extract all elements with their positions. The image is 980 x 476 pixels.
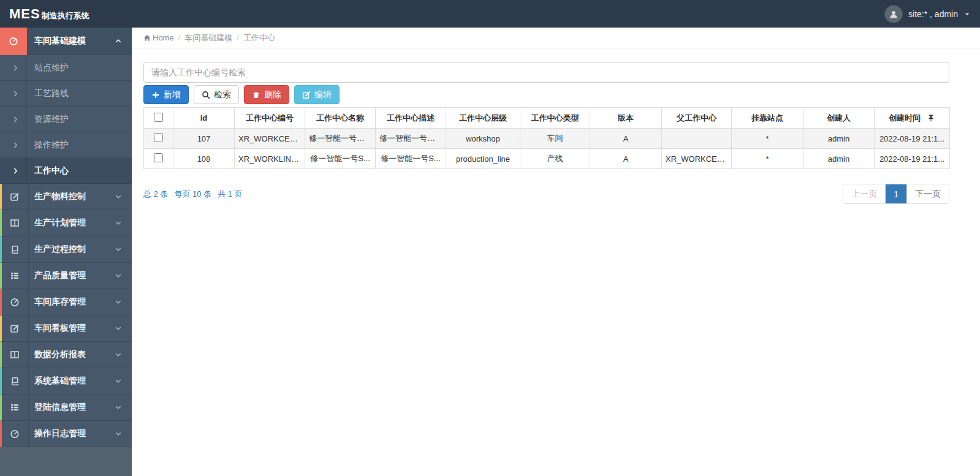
book-icon [2,244,27,254]
pagination-summary: 总 2 条 每页 10 条 共 1 页 [143,189,243,200]
row-checkbox[interactable] [154,153,163,162]
column-header-created-time[interactable]: 创建时间 [875,108,950,129]
add-button-label: 新增 [164,89,181,100]
sidebar-item-work-center[interactable]: 工作中心 [0,158,132,184]
cell-id: 108 [173,149,235,169]
select-all-checkbox[interactable] [154,113,163,122]
column-header-id[interactable]: id [173,108,235,129]
column-header-type[interactable]: 工作中心类型 [520,108,590,129]
cell-version: A [590,149,662,169]
sidebar-item-kanban-management[interactable]: 车间看板管理 [0,315,132,342]
divider [28,263,29,289]
sidebar-item-label: 车间库存管理 [27,297,115,308]
toolbar: 新增 检索 删除 编辑 [143,85,949,104]
chevron-right-icon [12,142,20,149]
sidebar-item-process-control[interactable]: 生产过程控制 [0,236,132,263]
column-header-description[interactable]: 工作中心描述 [376,108,446,129]
book-icon [2,376,27,386]
column-header-code[interactable]: 工作中心编号 [235,108,305,129]
search-button-label: 检索 [214,89,231,100]
sidebar-item-label: 生产过程控制 [27,244,115,255]
chevron-down-icon [115,298,122,306]
cell-description: 修一智能一号S... [376,149,446,169]
breadcrumb-separator: / [178,33,181,42]
pin-icon[interactable] [927,114,935,123]
divider [26,107,27,132]
sidebar-item-quality-management[interactable]: 产品质量管理 [0,263,132,289]
sidebar-item-analytics-reports[interactable]: 数据分析报表 [0,342,132,368]
sidebar-item-login-info-management[interactable]: 登陆信息管理 [0,395,132,421]
column-header-level[interactable]: 工作中心层级 [446,108,520,129]
prev-page-button[interactable]: 上一页 [843,184,886,203]
column-header-version[interactable]: 版本 [590,108,662,129]
breadcrumb-home-label: Home [153,33,174,42]
cell-creator: admin [803,149,875,169]
sidebar-item-resource-maintenance[interactable]: 资源维护 [0,107,132,132]
cell-level: production_line [446,149,520,169]
tachometer-icon [2,429,27,439]
breadcrumb-separator: / [237,33,239,42]
breadcrumb-home[interactable]: Home [143,33,174,42]
divider [26,55,27,80]
cell-code: XR_WORKCEN... [235,129,305,149]
app-logo[interactable]: MES 制造执行系统 [9,6,89,22]
breadcrumb-level1[interactable]: 车间基础建模 [184,32,232,43]
divider [26,81,27,106]
main-content: Home / 车间基础建模 / 工作中心 新增 检索 删除 [132,28,980,476]
edit-button-label: 编辑 [314,89,332,100]
column-header-parent[interactable]: 父工作中心 [662,108,732,129]
sidebar-item-process-route[interactable]: 工艺路线 [0,81,132,107]
th-list-icon [2,402,27,412]
sidebar: 车间基础建模 站点维护 工艺路线 资源维护 操作维护 [0,28,132,476]
avatar [884,5,903,23]
cell-creator: admin [803,129,875,149]
cell-created-time: 2022-08-19 21:1... [875,149,950,169]
sidebar-item-plan-management[interactable]: 生产计划管理 [0,210,132,236]
tachometer-icon [0,28,27,55]
cell-type: 产线 [520,149,590,169]
search-button[interactable]: 检索 [194,85,239,104]
sidebar-item-operation-maintenance[interactable]: 操作维护 [0,132,132,158]
edit-button[interactable]: 编辑 [294,85,340,104]
column-header-station[interactable]: 挂靠站点 [732,108,803,129]
cell-version: A [590,129,662,149]
page-size-selector[interactable]: 每页 10 条 [174,189,211,200]
sidebar-item-system-management[interactable]: 系统基础管理 [0,368,132,395]
edit-icon [302,91,311,99]
add-button[interactable]: 新增 [143,85,189,104]
sidebar-item-site-maintenance[interactable]: 站点维护 [0,55,132,81]
sidebar-item-label: 操作日志管理 [27,428,115,439]
chevron-down-icon [115,351,122,358]
sidebar-item-inventory-management[interactable]: 车间库存管理 [0,289,132,315]
table-row[interactable]: 107 XR_WORKCEN... 修一智能一号车间 修一智能一号车间 work… [144,129,950,149]
user-menu[interactable]: site:* , admin [884,5,971,23]
breadcrumb: Home / 车间基础建模 / 工作中心 [132,28,980,48]
total-pages-label: 共 1 页 [218,189,242,200]
next-page-button[interactable]: 下一页 [907,184,949,203]
divider [26,132,27,157]
cell-code: XR_WORKLINE... [235,149,305,169]
pencil-square-icon [2,323,27,333]
columns-icon [2,218,27,228]
home-icon [143,34,151,42]
sidebar-item-operation-log-management[interactable]: 操作日志管理 [0,421,132,447]
row-select-cell [144,149,173,169]
sidebar-item-label: 车间看板管理 [27,323,115,334]
cell-type: 车间 [520,129,590,149]
sidebar-item-material-control[interactable]: 生产物料控制 [0,184,132,210]
delete-button[interactable]: 删除 [244,85,289,104]
tachometer-icon [2,297,27,307]
search-input[interactable] [143,62,949,83]
work-center-table: id 工作中心编号 工作中心名称 工作中心描述 工作中心层级 工作中心类型 版本… [143,107,950,169]
table-row[interactable]: 108 XR_WORKLINE... 修一智能一号S... 修一智能一号S...… [144,149,950,169]
chevron-down-icon [115,193,122,200]
column-header-creator[interactable]: 创建人 [803,108,875,129]
page-1-button[interactable]: 1 [886,184,907,203]
sidebar-item-label: 产品质量管理 [27,270,115,281]
sidebar-item-workshop-modeling[interactable]: 车间基础建模 [0,28,132,55]
pencil-square-icon [2,192,27,202]
chevron-down-icon [115,377,122,385]
sidebar-item-label: 站点维护 [34,62,69,74]
row-checkbox[interactable] [154,133,163,142]
column-header-name[interactable]: 工作中心名称 [305,108,376,129]
